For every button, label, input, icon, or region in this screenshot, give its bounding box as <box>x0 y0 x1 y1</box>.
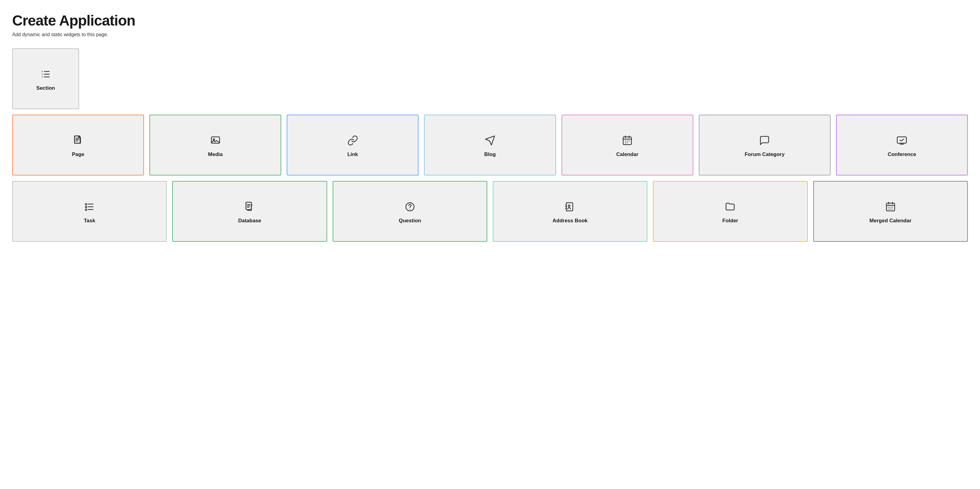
svg-point-39 <box>568 205 570 207</box>
widget-section-label: Section <box>36 85 55 91</box>
widget-link[interactable]: Link <box>287 115 418 175</box>
widget-folder[interactable]: Folder <box>653 181 807 242</box>
widget-merged-calendar[interactable]: Merged Calendar <box>813 181 968 242</box>
calendar-icon <box>622 135 633 146</box>
page-icon <box>73 135 84 146</box>
svg-point-19 <box>625 142 626 143</box>
widget-row-2: Task Database Question <box>12 181 968 242</box>
svg-point-46 <box>891 207 891 207</box>
widget-task[interactable]: Task <box>12 181 167 242</box>
svg-point-17 <box>627 140 628 141</box>
widget-row-1: Page Media Link Blog <box>12 115 968 175</box>
database-icon <box>244 201 255 212</box>
widget-database[interactable]: Database <box>172 181 327 242</box>
svg-rect-28 <box>86 206 87 208</box>
svg-point-16 <box>625 140 626 141</box>
widget-section[interactable]: Section <box>12 48 79 109</box>
svg-point-3 <box>42 71 43 72</box>
widget-address-book-label: Address Book <box>553 218 588 224</box>
widget-conference[interactable]: Conference <box>836 115 968 175</box>
svg-point-49 <box>889 209 890 209</box>
page-title: Create Application <box>12 12 968 29</box>
widget-conference-label: Conference <box>888 151 916 157</box>
svg-point-50 <box>891 209 891 209</box>
svg-point-11 <box>213 139 215 140</box>
svg-point-45 <box>889 207 890 207</box>
media-icon <box>210 135 221 146</box>
address-book-icon <box>565 201 576 212</box>
widget-address-book[interactable]: Address Book <box>493 181 648 242</box>
widget-forum-category[interactable]: Forum Category <box>699 115 830 175</box>
task-icon <box>84 201 95 212</box>
link-icon <box>347 135 358 146</box>
widget-question[interactable]: Question <box>332 181 487 242</box>
svg-rect-40 <box>886 203 894 211</box>
forum-icon <box>759 135 770 146</box>
page-subtitle: Add dynamic and static widgets to this p… <box>12 32 968 37</box>
widget-page[interactable]: Page <box>12 115 144 175</box>
question-icon <box>404 201 415 212</box>
conference-icon <box>896 135 907 146</box>
svg-rect-21 <box>897 137 906 143</box>
widget-forum-category-label: Forum Category <box>745 151 784 157</box>
widget-database-label: Database <box>238 218 261 224</box>
widget-question-label: Question <box>399 218 421 224</box>
blog-icon <box>485 135 495 146</box>
widget-page-label: Page <box>72 151 84 157</box>
svg-point-51 <box>892 209 892 209</box>
widget-row-0: Section <box>12 48 968 109</box>
folder-icon <box>725 201 736 212</box>
widget-media[interactable]: Media <box>150 115 281 175</box>
svg-rect-29 <box>86 209 87 211</box>
svg-point-20 <box>627 142 628 143</box>
merged-calendar-icon <box>885 201 896 212</box>
widget-blog-label: Blog <box>484 151 496 157</box>
widget-calendar[interactable]: Calendar <box>562 115 693 175</box>
widget-folder-label: Folder <box>722 218 738 224</box>
svg-point-18 <box>629 140 630 141</box>
svg-point-35 <box>410 209 410 210</box>
svg-point-44 <box>888 207 888 207</box>
widget-calendar-label: Calendar <box>616 151 638 157</box>
widget-merged-calendar-label: Merged Calendar <box>870 218 912 224</box>
svg-point-5 <box>42 77 43 78</box>
svg-rect-27 <box>86 204 87 205</box>
widget-link-label: Link <box>347 151 358 157</box>
svg-point-48 <box>888 209 888 209</box>
list-icon <box>40 69 51 80</box>
widget-blog[interactable]: Blog <box>424 115 556 175</box>
svg-point-47 <box>892 207 892 207</box>
widget-task-label: Task <box>84 218 95 224</box>
widget-media-label: Media <box>208 151 223 157</box>
svg-point-4 <box>42 74 43 75</box>
